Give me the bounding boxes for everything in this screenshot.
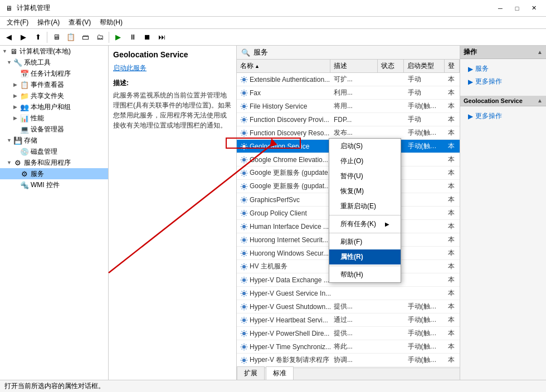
show-hide-button[interactable]: 🖥 xyxy=(50,31,63,44)
sidebar-item-servicesapps[interactable]: ▼ ⚙ 服务和应用程序 xyxy=(0,157,108,168)
label-servicesapps: 服务和应用程序 xyxy=(24,158,71,168)
restart-button[interactable]: ⏭ xyxy=(155,31,168,44)
stop-button[interactable]: ⏹ xyxy=(140,31,154,44)
sidebar-item-taskscheduler[interactable]: 📅 任务计划程序 xyxy=(0,68,108,79)
menu-view[interactable]: 查看(V) xyxy=(64,17,95,28)
col-header-startup[interactable]: 启动类型 xyxy=(404,60,445,72)
table-row[interactable]: Hyper-V Heartbeat Servi... 通过... 手动(触发..… xyxy=(237,313,460,327)
table-row[interactable]: Hyper-V Guest Shutdown... 提供... 手动(触发...… xyxy=(237,300,460,313)
context-menu-item[interactable]: 帮助(H) xyxy=(329,267,401,282)
tab-extended[interactable]: 扩展 xyxy=(237,366,265,380)
sidebar-item-performance[interactable]: ▶ 📊 性能 xyxy=(0,112,108,124)
context-menu-item[interactable]: 刷新(F) xyxy=(329,234,401,249)
maximize-button[interactable]: □ xyxy=(509,3,525,14)
table-row[interactable]: Hyper-V Guest Service In... 本 xyxy=(237,287,460,300)
toggle-systemtools: ▼ xyxy=(7,60,13,65)
svg-point-21 xyxy=(242,359,245,361)
col-header-name[interactable]: 名称 ▲ xyxy=(237,60,330,72)
svg-point-17 xyxy=(242,305,245,308)
context-menu-separator xyxy=(329,233,401,233)
mmc-button[interactable]: 📋 xyxy=(64,31,77,44)
sidebar-item-devicemgr[interactable]: 💻 设备管理器 xyxy=(0,124,108,135)
menu-file[interactable]: 文件(F) xyxy=(2,17,33,28)
svg-point-14 xyxy=(242,265,245,268)
sidebar-item-eventviewer[interactable]: ▶ 📋 事件查看器 xyxy=(0,79,108,90)
label-taskscheduler: 任务计划程序 xyxy=(31,69,71,79)
right-panel-title-geolocation: Geolocation Service ▲ xyxy=(460,96,546,106)
pause-button[interactable]: ⏸ xyxy=(126,31,139,44)
menu-action[interactable]: 操作(A) xyxy=(33,17,64,28)
sidebar-item-systemtools[interactable]: ▼ 🔧 系统工具 xyxy=(0,57,108,68)
toggle-eventviewer: ▶ xyxy=(13,82,20,87)
services-header-title: 服务 xyxy=(254,47,268,57)
right-panel-link-more[interactable]: ▶ 更多操作 xyxy=(465,75,542,88)
sidebar-item-diskmgmt[interactable]: 💿 磁盘管理 xyxy=(0,146,108,157)
col-header-desc[interactable]: 描述 xyxy=(330,60,378,72)
sidebar: ▼ 🖥 计算机管理(本地) ▼ 🔧 系统工具 📅 任务计划程序 ▶ 📋 事件查看… xyxy=(0,46,109,380)
up-button[interactable]: ⬆ xyxy=(31,31,45,44)
icon-services: ⚙ xyxy=(20,169,29,178)
back2-button[interactable]: 🗂 xyxy=(93,31,106,44)
right-panel-title-actions: 操作 ▲ xyxy=(460,46,546,59)
close-button[interactable]: ✕ xyxy=(526,3,542,14)
service-gear-icon xyxy=(240,249,248,257)
context-menu-item[interactable]: 所有任务(K)▶ xyxy=(329,217,401,232)
label-performance: 性能 xyxy=(31,114,44,123)
context-menu-item[interactable]: 属性(R) xyxy=(329,249,401,264)
service-gear-icon xyxy=(240,129,248,137)
svg-point-11 xyxy=(242,225,245,228)
table-row[interactable]: File History Service 将用... 手动(触发... 本 xyxy=(237,100,460,113)
window-title: 计算机管理 xyxy=(17,3,493,13)
context-menu-item[interactable]: 停止(O) xyxy=(329,154,401,169)
sidebar-item-services[interactable]: ⚙ 服务 xyxy=(0,168,108,179)
svg-point-3 xyxy=(242,118,245,121)
right-panel: 操作 ▲ ▶ 服务 ▶ 更多操作 Geolocation Service ▲ ▶… xyxy=(460,46,546,380)
svg-point-15 xyxy=(242,278,245,281)
tab-standard[interactable]: 标准 xyxy=(266,366,294,380)
sidebar-item-sharedfolders[interactable]: ▶ 📁 共享文件夹 xyxy=(0,90,108,101)
right-panel-link-more2[interactable]: ▶ 更多操作 xyxy=(465,110,542,122)
sidebar-item-root[interactable]: ▼ 🖥 计算机管理(本地) xyxy=(0,46,108,57)
forward-button[interactable]: ▶ xyxy=(17,31,30,44)
col-header-status[interactable]: 状态 xyxy=(378,60,404,72)
start-service-link[interactable]: 启动此服务 xyxy=(113,64,147,72)
svg-point-5 xyxy=(242,145,245,148)
detail-pane: Geolocation Service 启动此服务 描述: 此服务将监视系统的当… xyxy=(109,46,237,380)
start-button[interactable]: ▶ xyxy=(111,31,125,44)
context-menu-item[interactable]: 暂停(U) xyxy=(329,169,401,184)
detail-title: Geolocation Service xyxy=(113,50,232,59)
back-button[interactable]: ◀ xyxy=(2,31,16,44)
table-row[interactable]: Hyper-V Time Synchroniz... 将此... 手动(触发..… xyxy=(237,340,460,354)
table-row[interactable]: Hyper-V PowerShell Dire... 提供... 手动(触发..… xyxy=(237,327,460,340)
svg-point-19 xyxy=(242,332,245,335)
toggle-performance: ▶ xyxy=(13,115,20,121)
right-panel-section1: ▶ 服务 ▶ 更多操作 xyxy=(460,59,546,91)
toggle-root: ▼ xyxy=(2,48,9,54)
label-wmi: WMI 控件 xyxy=(31,180,60,190)
service-gear-icon xyxy=(240,209,248,217)
table-row[interactable]: Hyper-V 卷影复制请求程序 协调... 手动(触发... 本 xyxy=(237,354,460,367)
sidebar-item-localusers[interactable]: ▶ 👥 本地用户和组 xyxy=(0,101,108,112)
context-menu-item[interactable]: 启动(S) xyxy=(329,139,401,154)
context-menu-separator xyxy=(329,215,401,215)
menu-help[interactable]: 帮助(H) xyxy=(95,17,127,28)
new-window-button[interactable]: 🗃 xyxy=(79,31,92,44)
context-menu-item[interactable]: 重新启动(E) xyxy=(329,199,401,214)
svg-point-1 xyxy=(242,91,245,94)
toolbar: ◀ ▶ ⬆ 🖥 📋 🗃 🗂 ▶ ⏸ ⏹ ⏭ xyxy=(0,29,546,46)
right-panel-link-services[interactable]: ▶ 服务 xyxy=(465,62,542,75)
service-gear-icon xyxy=(240,356,248,364)
sidebar-item-wmi[interactable]: 🔩 WMI 控件 xyxy=(0,179,108,190)
table-row[interactable]: Function Discovery Provi... FDP... 手动 本 xyxy=(237,113,460,126)
context-menu-item[interactable]: 恢复(M) xyxy=(329,184,401,199)
service-gear-icon xyxy=(240,316,248,324)
minimize-button[interactable]: ─ xyxy=(493,3,508,14)
table-row[interactable]: Extensible Authentication... 可扩... 手动 本 xyxy=(237,73,460,86)
toggle-localusers: ▶ xyxy=(13,104,20,110)
col-header-login[interactable]: 登 xyxy=(445,60,460,72)
sidebar-item-storage[interactable]: ▼ 💾 存储 xyxy=(0,135,108,146)
window-controls: ─ □ ✕ xyxy=(493,3,542,14)
svg-point-10 xyxy=(242,212,245,214)
main-container: ▼ 🖥 计算机管理(本地) ▼ 🔧 系统工具 📅 任务计划程序 ▶ 📋 事件查看… xyxy=(0,46,546,380)
table-row[interactable]: Fax 利用... 手动 本 xyxy=(237,86,460,100)
